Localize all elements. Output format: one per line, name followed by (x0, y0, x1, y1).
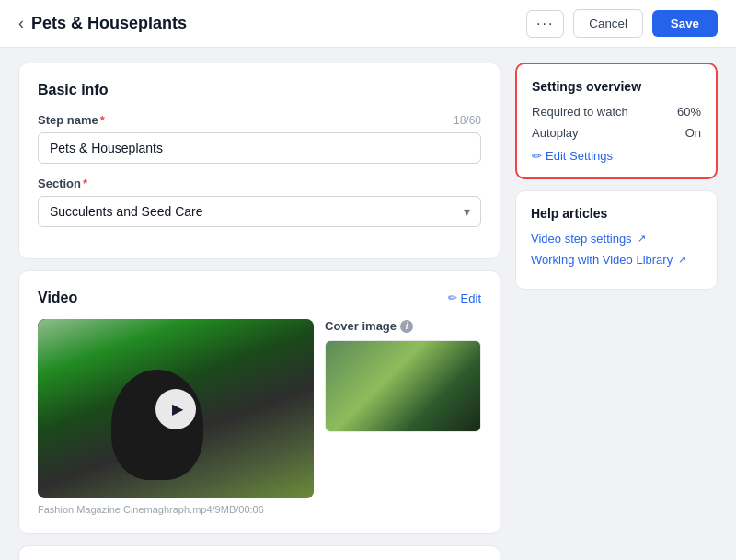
help-link-label-1: Video step settings (531, 232, 632, 246)
step-name-input[interactable] (38, 132, 481, 164)
help-link-label-2: Working with Video Library (531, 253, 673, 267)
section-group: Section* Succulents and Seed Care ▾ (38, 177, 481, 227)
cancel-button[interactable]: Cancel (573, 9, 643, 38)
more-options-button[interactable]: ··· (526, 10, 564, 38)
autoplay-label: Autoplay (532, 126, 579, 140)
play-icon: ▶ (172, 400, 183, 417)
required-to-watch-label: Required to watch (532, 105, 628, 119)
help-articles-title: Help articles (531, 206, 702, 221)
external-link-icon-1: ↗ (638, 233, 646, 245)
edit-video-link[interactable]: ✏ Edit (448, 291, 481, 305)
autoplay-value: On (685, 126, 701, 140)
description-card: Description ✦ Welcome to our video on pe… (18, 545, 500, 560)
edit-settings-icon: ✏ (532, 149, 542, 163)
step-name-label-row: Step name* 18/60 (38, 113, 481, 127)
external-link-icon-2: ↗ (678, 254, 686, 266)
video-header: Video ✏ Edit (38, 290, 481, 306)
step-name-group: Step name* 18/60 (38, 113, 481, 164)
settings-overview-title: Settings overview (532, 79, 701, 94)
settings-overview-card: Settings overview Required to watch 60% … (515, 63, 718, 179)
main-layout: Basic info Step name* 18/60 Section* (0, 48, 736, 560)
page-title: Pets & Houseplants (31, 14, 187, 33)
section-label: Section* (38, 177, 87, 190)
step-name-label: Step name* (38, 113, 105, 127)
section-select[interactable]: Succulents and Seed Care (38, 196, 481, 227)
video-thumbnail[interactable]: ▶ (38, 319, 314, 498)
pencil-icon: ✏ (448, 291, 457, 304)
section-select-wrapper: Succulents and Seed Care ▾ (38, 196, 481, 227)
help-articles-card: Help articles Video step settings ↗ Work… (515, 190, 718, 290)
autoplay-row: Autoplay On (532, 126, 701, 140)
char-count: 18/60 (454, 114, 481, 127)
help-link-video-library[interactable]: Working with Video Library ↗ (531, 253, 702, 267)
save-button[interactable]: Save (652, 10, 718, 37)
top-bar: ‹ Pets & Houseplants ··· Cancel Save (0, 0, 736, 48)
video-card: Video ✏ Edit ▶ Fashion Magazine Cinemagh… (18, 270, 500, 534)
video-metadata: Fashion Magazine Cinemaghraph.mp4/9MB/00… (38, 504, 314, 515)
section-label-row: Section* (38, 177, 481, 190)
basic-info-title: Basic info (38, 82, 481, 98)
cover-image-label-row: Cover image i (325, 319, 481, 333)
cover-thumbnail-image (326, 341, 480, 431)
info-icon[interactable]: i (400, 320, 413, 333)
right-column: Settings overview Required to watch 60% … (515, 63, 718, 545)
video-thumbnail-wrapper: ▶ Fashion Magazine Cinemaghraph.mp4/9MB/… (38, 319, 314, 515)
basic-info-card: Basic info Step name* 18/60 Section* (18, 63, 500, 259)
cover-image-area: Cover image i (325, 319, 481, 432)
back-icon[interactable]: ‹ (18, 14, 24, 33)
edit-settings-label: Edit Settings (546, 149, 613, 163)
help-link-video-settings[interactable]: Video step settings ↗ (531, 232, 702, 246)
top-bar-right: ··· Cancel Save (526, 9, 718, 38)
video-title: Video (38, 290, 77, 306)
required-to-watch-row: Required to watch 60% (532, 105, 701, 119)
video-content: ▶ Fashion Magazine Cinemaghraph.mp4/9MB/… (38, 319, 481, 515)
top-bar-left: ‹ Pets & Houseplants (18, 14, 187, 33)
cover-thumbnail[interactable] (325, 340, 481, 432)
edit-settings-link[interactable]: ✏ Edit Settings (532, 149, 701, 163)
play-button[interactable]: ▶ (155, 389, 196, 429)
required-star: * (100, 113, 105, 127)
section-required-star: * (83, 177, 87, 190)
required-to-watch-value: 60% (677, 105, 701, 119)
left-column: Basic info Step name* 18/60 Section* (18, 63, 500, 545)
